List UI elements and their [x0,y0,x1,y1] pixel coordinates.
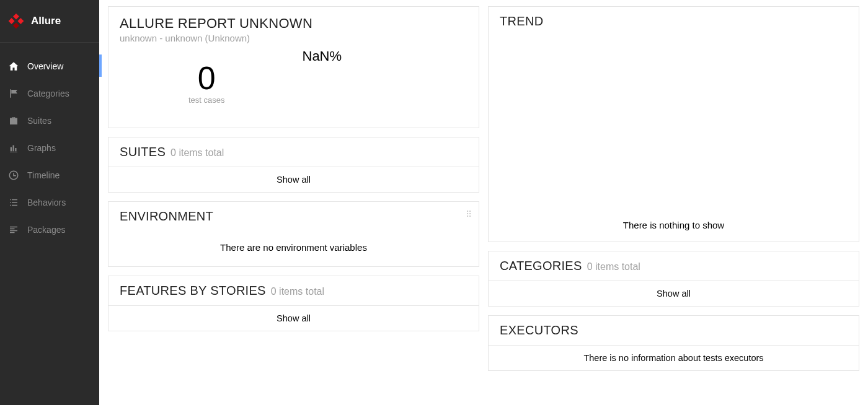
right-column: TREND There is nothing to show CATEGORIE… [488,6,859,399]
nav-item-categories[interactable]: Categories [0,80,99,107]
nav-item-behaviors[interactable]: Behaviors [0,189,99,216]
nav-label: Timeline [27,170,60,180]
bar-chart-icon [7,142,20,154]
summary-widget: ALLURE REPORT UNKNOWN unknown - unknown … [108,6,479,128]
allure-logo-icon [7,12,25,30]
suites-show-all-link[interactable]: Show all [108,167,479,192]
features-widget: FEATURES BY STORIES 0 items total Show a… [108,276,479,331]
left-column: ALLURE REPORT UNKNOWN unknown - unknown … [108,6,479,399]
nav-label: Suites [27,116,51,126]
executors-message: There is no information about tests exec… [489,345,859,370]
categories-items-total: 0 items total [587,261,640,272]
drag-handle-icon[interactable]: ⠿ [466,209,472,219]
summary-count-label: test cases [120,95,294,105]
nav-item-timeline[interactable]: Timeline [0,162,99,189]
trend-message: There is nothing to show [489,36,859,242]
clock-icon [7,169,20,181]
svg-rect-0 [13,14,19,20]
svg-rect-2 [9,18,15,24]
environment-title: ENVIRONMENT [120,209,213,224]
brand-name: Allure [31,15,61,27]
nav-label: Packages [27,225,65,235]
summary-title: ALLURE REPORT UNKNOWN [120,15,467,32]
features-items-total: 0 items total [271,286,324,297]
nav: Overview Categories Suites Graphs Timeli… [0,43,99,243]
summary-percent: NaN% [303,48,342,64]
executors-widget: EXECUTORS There is no information about … [488,315,859,371]
features-show-all-link[interactable]: Show all [108,305,479,331]
svg-rect-1 [17,18,24,24]
environment-message: There are no environment variables [108,231,479,266]
list-icon [7,196,20,209]
active-nav-marker [99,54,102,77]
categories-title: CATEGORIES [500,259,582,273]
trend-title: TREND [500,14,543,28]
briefcase-icon [7,115,20,127]
environment-widget: ENVIRONMENT ⠿ There are no environment v… [108,201,479,267]
features-title: FEATURES BY STORIES [120,284,266,298]
categories-widget: CATEGORIES 0 items total Show all [488,251,859,307]
trend-widget: TREND There is nothing to show [488,6,859,242]
nav-item-graphs[interactable]: Graphs [0,134,99,162]
nav-item-overview[interactable]: Overview [0,53,99,80]
suites-widget: SUITES 0 items total Show all [108,137,479,193]
flag-icon [7,87,20,100]
nav-label: Graphs [27,143,56,153]
sidebar: Allure Overview Categories Suites Graphs [0,0,99,405]
align-left-icon [7,224,20,236]
nav-label: Categories [27,89,69,98]
home-icon [7,60,20,72]
summary-count: 0 [120,62,294,94]
svg-rect-3 [13,22,19,28]
categories-show-all-link[interactable]: Show all [489,281,859,306]
summary-subtitle: unknown - unknown (Unknown) [120,33,467,43]
nav-label: Behaviors [27,198,66,207]
suites-title: SUITES [120,145,166,159]
nav-item-packages[interactable]: Packages [0,216,99,243]
nav-label: Overview [27,61,63,71]
nav-item-suites[interactable]: Suites [0,107,99,134]
main-content: ALLURE REPORT UNKNOWN unknown - unknown … [99,0,868,405]
executors-title: EXECUTORS [500,323,578,338]
suites-items-total: 0 items total [170,147,224,159]
brand: Allure [0,0,99,43]
